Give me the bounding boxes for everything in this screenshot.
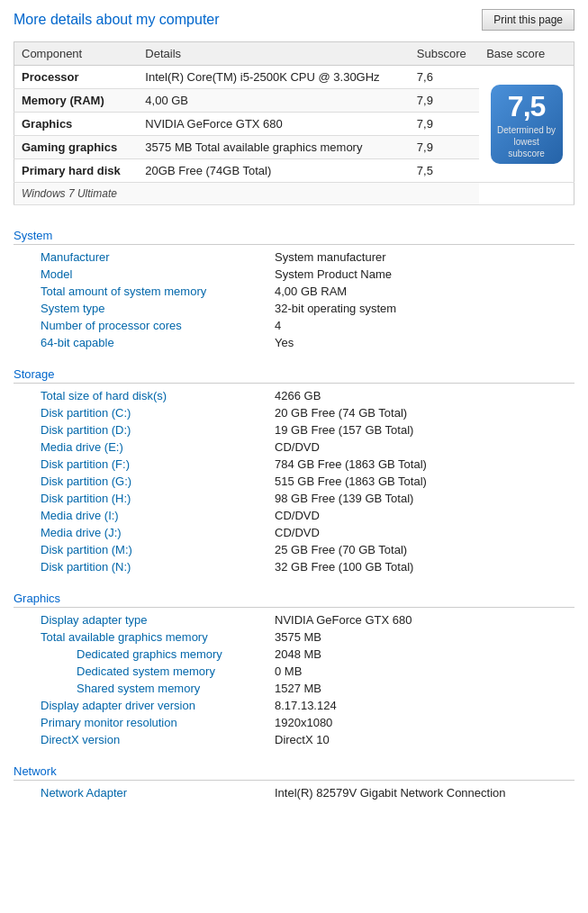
detail-row: Disk partition (H:)98 GB Free (139 GB To…: [14, 490, 574, 507]
detail-label: Manufacturer: [41, 250, 275, 264]
page-title: More details about my computer: [14, 12, 220, 28]
detail-label: Disk partition (H:): [41, 492, 275, 505]
detail-label: Dedicated system memory: [77, 664, 275, 678]
table-row: ProcessorIntel(R) Core(TM) i5-2500K CPU …: [14, 66, 574, 89]
detail-label: Disk partition (C:): [41, 406, 275, 420]
detail-label: Media drive (I:): [41, 509, 275, 522]
detail-label: Disk partition (F:): [41, 457, 275, 471]
detail-value: 32-bit operating system: [275, 302, 396, 315]
component-cell: Memory (RAM): [14, 89, 139, 113]
detail-row: ManufacturerSystem manufacturer: [14, 249, 574, 266]
detail-value: 25 GB Free (70 GB Total): [275, 543, 407, 556]
detail-label: DirectX version: [41, 733, 275, 746]
detail-value: 4266 GB: [275, 389, 321, 402]
detail-row: Media drive (I:)CD/DVD: [14, 507, 574, 524]
detail-row: Dedicated graphics memory2048 MB: [14, 646, 574, 663]
detail-value: CD/DVD: [275, 440, 320, 454]
detail-label: Shared system memory: [77, 682, 275, 695]
subscore-cell: 7,5: [410, 159, 479, 183]
detail-label: Media drive (J:): [41, 526, 275, 539]
detail-row: Disk partition (M:)25 GB Free (70 GB Tot…: [14, 541, 574, 558]
detail-value: 20 GB Free (74 GB Total): [275, 406, 407, 420]
detail-row: Disk partition (G:)515 GB Free (1863 GB …: [14, 473, 574, 490]
detail-value: 0 MB: [275, 664, 302, 678]
detail-label: Disk partition (N:): [41, 560, 275, 574]
detail-label: Total available graphics memory: [41, 630, 275, 644]
detail-label: Number of processor cores: [41, 319, 275, 332]
detail-row: ModelSystem Product Name: [14, 266, 574, 283]
details-cell: 20GB Free (74GB Total): [138, 159, 409, 183]
footer-row: Windows 7 Ultimate: [14, 183, 574, 205]
col-details: Details: [138, 42, 409, 66]
component-cell: Primary hard disk: [14, 159, 139, 183]
detail-value: Yes: [275, 336, 294, 349]
detail-row: Total size of hard disk(s)4266 GB: [14, 387, 574, 404]
col-component: Component: [14, 42, 139, 66]
subscore-cell: 7,6: [410, 66, 479, 89]
detail-value: 1920x1080: [275, 716, 332, 729]
detail-label: Network Adapter: [41, 786, 275, 800]
system-section: System ManufacturerSystem manufacturerMo…: [14, 221, 574, 351]
detail-row: Disk partition (C:)20 GB Free (74 GB Tot…: [14, 404, 574, 421]
component-cell: Gaming graphics: [14, 136, 139, 159]
detail-value: Intel(R) 82579V Gigabit Network Connecti…: [275, 786, 506, 800]
detail-value: 19 GB Free (157 GB Total): [275, 423, 413, 437]
detail-label: Total size of hard disk(s): [41, 389, 275, 402]
subscore-cell: 7,9: [410, 89, 479, 113]
detail-row: Disk partition (F:)784 GB Free (1863 GB …: [14, 456, 574, 473]
detail-value: 8.17.13.124: [275, 699, 337, 712]
detail-label: System type: [41, 302, 275, 315]
detail-value: 515 GB Free (1863 GB Total): [275, 475, 427, 488]
detail-row: Disk partition (N:)32 GB Free (100 GB To…: [14, 558, 574, 575]
detail-label: Display adapter type: [41, 613, 275, 627]
detail-row: Disk partition (D:)19 GB Free (157 GB To…: [14, 421, 574, 438]
detail-value: DirectX 10: [275, 733, 330, 746]
col-basescore: Base score: [479, 42, 574, 66]
detail-label: Primary monitor resolution: [41, 716, 275, 729]
detail-row: Total amount of system memory4,00 GB RAM: [14, 283, 574, 300]
detail-value: 98 GB Free (139 GB Total): [275, 492, 413, 505]
detail-row: Display adapter driver version8.17.13.12…: [14, 697, 574, 714]
print-button[interactable]: Print this page: [482, 9, 574, 31]
detail-row: Dedicated system memory0 MB: [14, 663, 574, 680]
detail-label: Disk partition (D:): [41, 423, 275, 437]
detail-label: Disk partition (G:): [41, 475, 275, 488]
detail-label: Model: [41, 267, 275, 281]
graphics-section: Graphics Display adapter typeNVIDIA GeFo…: [14, 584, 574, 748]
network-section: Network Network AdapterIntel(R) 82579V G…: [14, 757, 574, 801]
subscore-cell: 7,9: [410, 136, 479, 159]
detail-label: Display adapter driver version: [41, 699, 275, 712]
detail-value: CD/DVD: [275, 509, 320, 522]
detail-value: NVIDIA GeForce GTX 680: [275, 613, 412, 627]
windows-edition: Windows 7 Ultimate: [14, 183, 480, 205]
detail-label: Total amount of system memory: [41, 285, 275, 298]
score-number: 7,5: [508, 92, 545, 121]
network-section-title: Network: [14, 757, 574, 781]
score-label: Determined by lowest subscore: [495, 124, 558, 159]
graphics-section-title: Graphics: [14, 584, 574, 608]
detail-label: Dedicated graphics memory: [77, 647, 275, 661]
detail-row: DirectX versionDirectX 10: [14, 731, 574, 748]
detail-value: CD/DVD: [275, 526, 320, 539]
component-cell: Processor: [14, 66, 139, 89]
detail-row: Display adapter typeNVIDIA GeForce GTX 6…: [14, 611, 574, 628]
detail-row: System type32-bit operating system: [14, 300, 574, 317]
detail-value: 1527 MB: [275, 682, 321, 695]
score-badge: 7,5Determined by lowest subscore: [491, 85, 563, 164]
detail-label: 64-bit capable: [41, 336, 275, 349]
detail-row: Network AdapterIntel(R) 82579V Gigabit N…: [14, 784, 574, 801]
table-header-row: Component Details Subscore Base score: [14, 42, 574, 66]
detail-value: System manufacturer: [275, 250, 386, 264]
detail-value: System Product Name: [275, 267, 392, 281]
main-table: Component Details Subscore Base score Pr…: [14, 41, 574, 205]
detail-row: Total available graphics memory3575 MB: [14, 628, 574, 646]
detail-value: 4: [275, 319, 281, 332]
detail-value: 4,00 GB RAM: [275, 285, 347, 298]
detail-label: Media drive (E:): [41, 440, 275, 454]
basescore-cell: 7,5Determined by lowest subscore: [479, 66, 574, 183]
detail-row: Primary monitor resolution1920x1080: [14, 714, 574, 731]
detail-value: 32 GB Free (100 GB Total): [275, 560, 413, 574]
detail-row: 64-bit capableYes: [14, 334, 574, 351]
system-section-title: System: [14, 221, 574, 245]
details-cell: 3575 MB Total available graphics memory: [138, 136, 409, 159]
